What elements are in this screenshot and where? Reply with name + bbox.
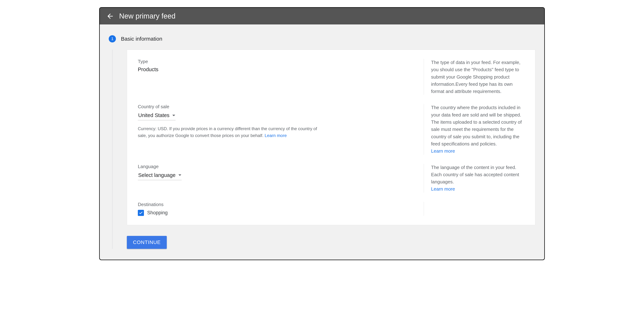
country-hint: Currency: USD. If you provide prices in … xyxy=(138,125,326,139)
header-bar: New primary feed xyxy=(100,8,544,25)
destinations-section: Destinations Shopping xyxy=(138,202,524,216)
country-label: Country of sale xyxy=(138,104,416,110)
step-header: 1 Basic information xyxy=(109,35,535,43)
content-area: 1 Basic information Type Products The ty… xyxy=(100,25,544,260)
language-dropdown-value: Select language xyxy=(138,172,176,178)
type-section: Type Products The type of data in your f… xyxy=(138,59,524,95)
language-section: Language Select language The language of… xyxy=(138,164,524,193)
back-arrow-icon[interactable] xyxy=(106,12,114,20)
country-dropdown-value: United States xyxy=(138,112,170,118)
language-help-link[interactable]: Learn more xyxy=(431,186,455,192)
chevron-down-icon xyxy=(178,174,181,176)
shopping-checkbox[interactable] xyxy=(138,210,144,216)
country-hint-text: Currency: USD. If you provide prices in … xyxy=(138,126,317,138)
country-hint-link[interactable]: Learn more xyxy=(265,133,287,138)
step-title: Basic information xyxy=(121,36,162,42)
destination-option-row: Shopping xyxy=(138,210,416,216)
step-number-badge: 1 xyxy=(109,35,116,43)
chevron-down-icon xyxy=(172,115,175,116)
type-label: Type xyxy=(138,59,416,64)
country-help-link[interactable]: Learn more xyxy=(431,148,455,154)
country-dropdown[interactable]: United States xyxy=(138,112,176,120)
country-help-text: The country where the products included … xyxy=(431,104,524,147)
shopping-checkbox-label: Shopping xyxy=(147,210,168,216)
country-section: Country of sale United States Currency: … xyxy=(138,104,524,155)
destinations-label: Destinations xyxy=(138,202,416,207)
continue-button[interactable]: CONTINUE xyxy=(127,236,167,249)
language-dropdown[interactable]: Select language xyxy=(138,172,182,180)
page-title: New primary feed xyxy=(119,12,176,20)
form-card: Type Products The type of data in your f… xyxy=(127,50,535,225)
check-icon xyxy=(139,211,143,215)
language-label: Language xyxy=(138,164,416,169)
type-help-text: The type of data in your feed. For examp… xyxy=(424,59,524,95)
type-value: Products xyxy=(138,67,416,73)
language-help-text: The language of the content in your feed… xyxy=(431,164,524,186)
app-frame: New primary feed 1 Basic information Typ… xyxy=(99,7,545,260)
